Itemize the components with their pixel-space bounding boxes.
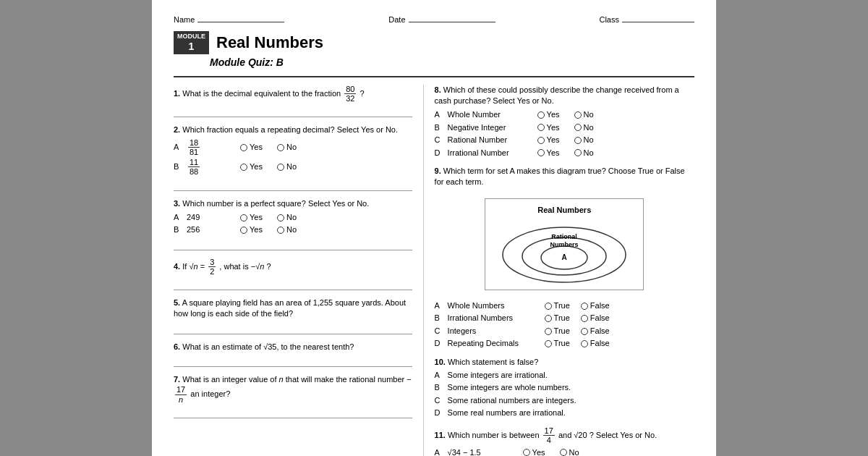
title-divider <box>174 76 694 77</box>
worksheet-page: Name Date Class MODULE 1 Real Numbers Mo… <box>152 0 716 456</box>
q10-num: 10. <box>435 358 446 366</box>
class-underline[interactable] <box>622 22 694 22</box>
svg-text:A: A <box>562 253 567 261</box>
header-row: Name Date Class <box>174 14 694 25</box>
module-box: MODULE 1 <box>174 31 209 54</box>
q3b-yes[interactable]: Yes <box>240 224 263 235</box>
q8-text: Which of these could possibly describe t… <box>435 85 679 105</box>
page-title: Real Numbers <box>216 32 323 54</box>
q10-option-a: A Some integers are irrational. <box>435 370 694 381</box>
q9-text: Which term for set A makes this diagram … <box>435 166 685 186</box>
q9a-false[interactable]: False <box>581 300 610 311</box>
q3-option-b: B 256 Yes No <box>174 224 412 235</box>
q10-option-b: B Some integers are whole numbers. <box>435 382 694 393</box>
q2-option-a: A 18 81 Yes <box>174 138 412 156</box>
q8-num: 8. <box>435 85 441 94</box>
q9a-true[interactable]: True <box>545 300 570 311</box>
question-6: 6. What is an estimate of √35, to the ne… <box>174 342 412 367</box>
q7-text-a: What is an integer value of n that will … <box>182 375 411 384</box>
class-field: Class <box>599 14 694 25</box>
q9d-false[interactable]: False <box>581 338 610 349</box>
q8b-no[interactable]: No <box>574 122 594 133</box>
date-field: Date <box>388 14 495 25</box>
right-column: 8. Which of these could possibly describ… <box>424 85 694 456</box>
date-label: Date <box>388 14 405 25</box>
q9-option-a: A Whole Numbers True False <box>435 300 694 311</box>
q8c-no[interactable]: No <box>574 135 594 145</box>
date-underline[interactable] <box>409 22 495 22</box>
question-1: 1. What is the decimal equivalent to the… <box>174 85 412 117</box>
question-8: 8. Which of these could possibly describ… <box>435 85 694 159</box>
q9c-true[interactable]: True <box>545 326 570 337</box>
q2b-no[interactable]: No <box>277 161 297 172</box>
q6-num: 6. <box>174 342 180 351</box>
q5-answer-line[interactable] <box>174 324 412 334</box>
q10-option-c: C Some rational numbers are integers. <box>435 395 694 406</box>
name-field: Name <box>174 14 284 25</box>
q11-option-a: A √34 − 1.5 Yes No <box>435 447 694 456</box>
svg-text:Rational: Rational <box>552 233 578 240</box>
question-11: 11. Which number is between 17 4 and √20… <box>435 426 694 456</box>
subtitle: Module Quiz: B <box>210 56 694 70</box>
class-label: Class <box>599 14 619 25</box>
q4-answer-line[interactable] <box>174 280 412 290</box>
q2-text: Which fraction equals a repeating decima… <box>182 125 398 134</box>
q7-fraction: 17 n <box>175 385 187 403</box>
q11-text-a: Which number is between <box>448 430 542 439</box>
q5-text: A square playing field has an area of 1,… <box>174 298 406 318</box>
q11a-yes[interactable]: Yes <box>523 447 545 456</box>
q2-num: 2. <box>174 125 180 134</box>
q8d-yes[interactable]: Yes <box>537 148 560 159</box>
q4-num: 4. <box>174 261 180 270</box>
q10-text: Which statement is false? <box>448 358 538 366</box>
q4-text-b: , what is −√n ? <box>219 261 271 270</box>
q9-option-c: C Integers True False <box>435 326 694 337</box>
q8-option-b: B Negative Integer Yes No <box>435 122 694 133</box>
q9-option-b: B Irrational Numbers True False <box>435 313 694 324</box>
q1-answer-line[interactable] <box>174 107 412 117</box>
q5-num: 5. <box>174 298 180 307</box>
q1-text: What is the decimal equivalent to the fr… <box>182 88 343 97</box>
question-7: 7. What is an integer value of n that wi… <box>174 374 412 418</box>
q11a-no[interactable]: No <box>560 447 579 456</box>
q8b-yes[interactable]: Yes <box>537 122 560 133</box>
q10-option-d: D Some real numbers are irrational. <box>435 408 694 418</box>
q2a-yes[interactable]: Yes <box>240 142 263 153</box>
q2a-no[interactable]: No <box>277 142 297 153</box>
q3a-yes[interactable]: Yes <box>240 212 263 223</box>
q9b-false[interactable]: False <box>581 313 610 324</box>
q8c-yes[interactable]: Yes <box>537 135 560 145</box>
venn-diagram: Real Numbers Rational Numbers A <box>485 198 644 290</box>
venn-title: Real Numbers <box>491 205 637 216</box>
q9d-true[interactable]: True <box>545 338 570 349</box>
q6-answer-line[interactable] <box>174 357 412 367</box>
q1-num: 1. <box>174 88 180 97</box>
q3b-no[interactable]: No <box>277 224 297 235</box>
q8a-yes[interactable]: Yes <box>537 109 560 120</box>
question-10: 10. Which statement is false? A Some int… <box>435 357 694 419</box>
q9c-false[interactable]: False <box>581 326 610 337</box>
q9b-true[interactable]: True <box>545 313 570 324</box>
title-row: MODULE 1 Real Numbers <box>174 31 694 54</box>
q3a-no[interactable]: No <box>277 212 297 223</box>
q7-answer-line[interactable] <box>174 408 412 418</box>
q8a-no[interactable]: No <box>574 109 594 120</box>
left-column: 1. What is the decimal equivalent to the… <box>174 85 424 456</box>
q3-num: 3. <box>174 199 180 208</box>
name-underline[interactable] <box>197 22 284 22</box>
q9-num: 9. <box>435 166 441 175</box>
q3-text: Which number is a perfect square? Select… <box>182 199 369 208</box>
question-2: 2. Which fraction equals a repeating dec… <box>174 124 412 191</box>
q7-text-b: an integer? <box>190 389 230 398</box>
q4-fraction: 3 2 <box>208 258 216 276</box>
q11-num: 11. <box>435 430 446 439</box>
q2-divider <box>174 181 412 191</box>
q2-option-b: B 11 88 Yes <box>174 158 412 176</box>
q8d-no[interactable]: No <box>574 148 594 159</box>
q2b-yes[interactable]: Yes <box>240 161 263 172</box>
q7-num: 7. <box>174 375 180 384</box>
q1-fraction: 80 32 <box>344 85 356 103</box>
name-label: Name <box>174 14 195 25</box>
question-5: 5. A square playing field has an area of… <box>174 297 412 334</box>
q3-divider <box>174 240 412 250</box>
